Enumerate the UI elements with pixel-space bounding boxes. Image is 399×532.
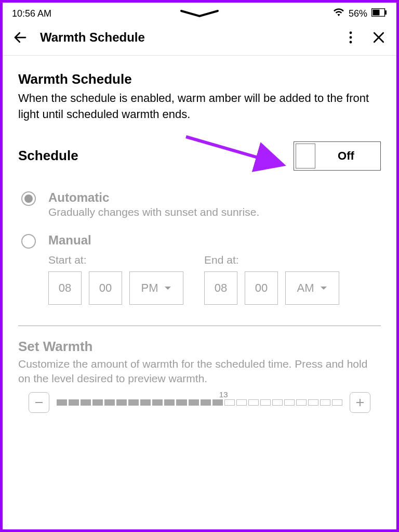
battery-percent: 56%	[349, 8, 367, 19]
warmth-segment[interactable]	[189, 399, 199, 406]
more-options-button[interactable]	[342, 29, 359, 46]
schedule-label: Schedule	[18, 148, 78, 164]
svg-point-5	[350, 41, 352, 44]
automatic-desc: Gradually changes with sunset and sunris…	[48, 206, 381, 218]
svg-rect-1	[373, 10, 380, 16]
warmth-segment[interactable]	[176, 399, 187, 406]
option-automatic[interactable]: Automatic Gradually changes with sunset …	[21, 190, 381, 218]
warmth-segment[interactable]	[104, 399, 115, 406]
svg-point-3	[350, 32, 352, 34]
page-title: Warmth Schedule	[40, 30, 331, 45]
warmth-segment[interactable]	[272, 399, 283, 406]
radio-automatic[interactable]	[21, 191, 36, 206]
end-minute-input[interactable]: 00	[245, 271, 278, 305]
end-hour-input[interactable]: 08	[204, 271, 237, 305]
set-warmth-title: Set Warmth	[18, 339, 381, 355]
warmth-segment[interactable]	[212, 399, 223, 406]
warmth-segment[interactable]	[140, 399, 151, 406]
warmth-segment[interactable]	[116, 399, 127, 406]
pull-down-handle-icon[interactable]	[179, 9, 220, 19]
warmth-segment[interactable]	[260, 399, 271, 406]
decrease-warmth-button[interactable]	[29, 392, 49, 413]
start-ampm-select[interactable]: PM	[129, 271, 183, 305]
warmth-segment[interactable]	[308, 399, 318, 406]
warmth-segment[interactable]	[248, 399, 259, 406]
chevron-down-icon	[164, 285, 172, 291]
warmth-segment[interactable]	[81, 399, 91, 406]
radio-manual[interactable]	[21, 234, 36, 249]
warmth-segment[interactable]	[332, 399, 342, 406]
warmth-segment[interactable]	[152, 399, 163, 406]
warmth-segment[interactable]	[284, 399, 295, 406]
schedule-toggle[interactable]: Off	[294, 141, 381, 171]
plus-icon	[355, 398, 365, 407]
status-time: 10:56 AM	[12, 8, 51, 19]
warmth-segment[interactable]	[224, 399, 235, 406]
end-at-label: End at:	[204, 254, 339, 266]
warmth-segment[interactable]	[201, 399, 211, 406]
warmth-value-label: 13	[219, 390, 228, 399]
divider	[18, 326, 381, 326]
close-button[interactable]	[370, 29, 387, 46]
option-manual[interactable]: Manual Start at: 08 00 PM	[21, 233, 381, 305]
warmth-segment[interactable]	[69, 399, 79, 406]
end-ampm-select[interactable]: AM	[285, 271, 339, 305]
warmth-segment[interactable]	[320, 399, 330, 406]
back-button[interactable]	[12, 29, 29, 46]
toggle-knob	[296, 144, 315, 168]
start-minute-input[interactable]: 00	[89, 271, 122, 305]
set-warmth-desc: Customize the amount of warmth for the s…	[18, 357, 381, 386]
minus-icon	[34, 398, 44, 407]
chevron-down-icon	[320, 285, 328, 291]
automatic-title: Automatic	[48, 190, 381, 205]
svg-rect-2	[385, 10, 387, 15]
app-bar: Warmth Schedule	[3, 23, 396, 56]
section-title: Warmth Schedule	[18, 71, 381, 87]
warmth-segment[interactable]	[128, 399, 139, 406]
start-hour-input[interactable]: 08	[48, 271, 82, 305]
start-at-label: Start at:	[48, 254, 183, 266]
increase-warmth-button[interactable]	[350, 392, 370, 413]
warmth-segment[interactable]	[92, 399, 103, 406]
warmth-segment[interactable]	[164, 399, 175, 406]
warmth-segment[interactable]	[57, 399, 67, 406]
warmth-slider[interactable]: 13	[18, 392, 381, 413]
svg-point-4	[350, 36, 352, 39]
manual-title: Manual	[48, 233, 381, 248]
warmth-segment[interactable]	[236, 399, 247, 406]
warmth-slider-track[interactable]: 13	[57, 399, 342, 406]
battery-icon	[371, 8, 387, 19]
wifi-icon	[333, 8, 344, 20]
toggle-state-label: Off	[317, 149, 380, 163]
warmth-segment[interactable]	[296, 399, 307, 406]
section-description: When the schedule is enabled, warm amber…	[18, 90, 381, 123]
